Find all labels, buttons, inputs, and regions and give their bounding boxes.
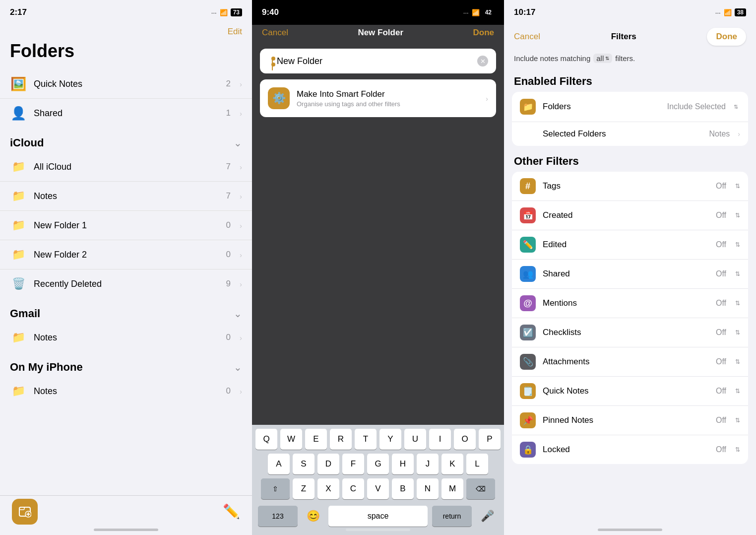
key-d[interactable]: D <box>317 454 339 474</box>
recently-deleted-item[interactable]: 🗑️ Recently Deleted 9 › <box>0 269 252 298</box>
on-my-iphone-notes-label: Notes <box>34 386 219 397</box>
attachments-filter-row[interactable]: 📎 Attachments Off ⇅ <box>512 347 748 377</box>
key-delete[interactable]: ⌫ <box>466 478 495 499</box>
time-3: 10:17 <box>514 7 535 17</box>
on-my-iphone-notes-count: 0 <box>226 386 231 396</box>
folder-name-input[interactable]: New Folder <box>268 56 472 67</box>
shared-filter-row[interactable]: 👥 Shared Off ⇅ <box>512 260 748 289</box>
key-g[interactable]: G <box>367 454 389 474</box>
key-w[interactable]: W <box>280 429 302 450</box>
key-t[interactable]: T <box>355 429 377 450</box>
pinned-notes-stepper[interactable]: ⇅ <box>735 417 740 424</box>
key-mic[interactable]: 🎤 <box>476 505 498 527</box>
key-p[interactable]: P <box>479 429 501 450</box>
key-y[interactable]: Y <box>379 429 401 450</box>
subtitle-post: filters. <box>615 54 635 63</box>
folders-filter-value: Include Selected <box>667 102 726 111</box>
gmail-label: Gmail <box>10 307 40 320</box>
key-z[interactable]: Z <box>293 478 315 499</box>
locked-filter-row[interactable]: 🔒 Locked Off ⇅ <box>512 435 748 464</box>
key-return[interactable]: return <box>432 506 472 527</box>
edit-button[interactable]: Edit <box>228 27 242 37</box>
new-folder-button[interactable] <box>12 499 38 525</box>
attachments-filter-icon: 📎 <box>520 354 536 370</box>
attachments-stepper[interactable]: ⇅ <box>735 358 740 365</box>
checklists-filter-name: Checklists <box>543 328 709 337</box>
created-stepper[interactable]: ⇅ <box>735 212 740 219</box>
key-m[interactable]: M <box>441 478 463 499</box>
tags-filter-row[interactable]: # Tags Off ⇅ <box>512 172 748 201</box>
quick-notes-filter-name: Quick Notes <box>543 386 709 396</box>
tags-filter-value: Off <box>716 182 726 191</box>
key-space[interactable]: space <box>328 506 428 527</box>
key-b[interactable]: B <box>392 478 414 499</box>
done-button-2[interactable]: Done <box>473 28 494 38</box>
status-bar-1: 2:17 ··· 📶 73 <box>0 0 252 25</box>
key-n[interactable]: N <box>417 478 439 499</box>
key-h[interactable]: H <box>392 454 414 474</box>
key-f[interactable]: F <box>342 454 364 474</box>
signal-icon-3: ··· <box>715 9 721 16</box>
gmail-notes-item[interactable]: 📁 Notes 0 › <box>0 323 252 352</box>
key-123[interactable]: 123 <box>258 506 298 527</box>
on-my-iphone-header[interactable]: On My iPhone ⌄ <box>0 352 252 377</box>
gmail-section-header[interactable]: Gmail ⌄ <box>0 298 252 323</box>
checklists-stepper[interactable]: ⇅ <box>735 329 740 336</box>
key-i[interactable]: I <box>429 429 451 450</box>
quick-notes-stepper[interactable]: ⇅ <box>735 388 740 395</box>
key-e[interactable]: E <box>305 429 327 450</box>
quick-notes-filter-row[interactable]: 🗒️ Quick Notes Off ⇅ <box>512 377 748 406</box>
status-bar-2: 9:40 ··· 📶 42 <box>252 0 504 25</box>
quick-notes-filter-value: Off <box>716 387 726 396</box>
nav-header-3: Cancel Filters Done <box>504 25 756 51</box>
key-x[interactable]: X <box>317 478 339 499</box>
cancel-button-2[interactable]: Cancel <box>262 28 288 38</box>
compose-button[interactable]: ✏️ <box>223 503 240 520</box>
checklists-filter-row[interactable]: ☑️ Checklists Off ⇅ <box>512 318 748 347</box>
all-icloud-item[interactable]: 📁 All iCloud 7 › <box>0 152 252 182</box>
tags-stepper[interactable]: ⇅ <box>735 183 740 190</box>
key-u[interactable]: U <box>404 429 426 450</box>
edited-stepper[interactable]: ⇅ <box>735 241 740 248</box>
selected-folders-row[interactable]: Selected Folders Notes › <box>512 122 748 146</box>
shared-filter-value: Off <box>716 269 726 278</box>
on-my-iphone-notes-item[interactable]: 📁 Notes 0 › <box>0 377 252 405</box>
key-k[interactable]: K <box>441 454 463 474</box>
cancel-button-3[interactable]: Cancel <box>514 32 540 42</box>
shared-item[interactable]: 👤 Shared 1 › <box>0 99 252 128</box>
new-folder-1-item[interactable]: 📁 New Folder 1 0 › <box>0 211 252 240</box>
folders-stepper[interactable]: ⇅ <box>734 104 738 110</box>
key-r[interactable]: R <box>330 429 352 450</box>
enabled-folders-row[interactable]: 📁 Folders Include Selected ⇅ <box>512 92 748 122</box>
key-v[interactable]: V <box>367 478 389 499</box>
mentions-stepper[interactable]: ⇅ <box>735 300 740 307</box>
done-button-3[interactable]: Done <box>707 28 746 46</box>
match-select[interactable]: all ⇅ <box>593 54 612 63</box>
pinned-notes-filter-icon: 📌 <box>520 412 536 428</box>
icloud-notes-item[interactable]: 📁 Notes 7 › <box>0 182 252 211</box>
pinned-notes-filter-row[interactable]: 📌 Pinned Notes Off ⇅ <box>512 406 748 435</box>
new-folder-2-item[interactable]: 📁 New Folder 2 0 › <box>0 240 252 269</box>
key-shift[interactable]: ⇧ <box>261 478 290 499</box>
key-o[interactable]: O <box>454 429 476 450</box>
edited-filter-row[interactable]: ✏️ Edited Off ⇅ <box>512 230 748 260</box>
key-q[interactable]: Q <box>255 429 277 450</box>
created-filter-row[interactable]: 📅 Created Off ⇅ <box>512 201 748 230</box>
time-2: 9:40 <box>262 7 279 17</box>
mentions-filter-row[interactable]: @ Mentions Off ⇅ <box>512 289 748 318</box>
gmail-notes-label: Notes <box>34 333 219 343</box>
shared-stepper[interactable]: ⇅ <box>735 270 740 277</box>
locked-stepper[interactable]: ⇅ <box>735 446 740 453</box>
key-a[interactable]: A <box>268 454 290 474</box>
key-j[interactable]: J <box>417 454 439 474</box>
filter-subtitle: Include notes matching all ⇅ filters. <box>504 51 756 70</box>
clear-input-button[interactable]: ✕ <box>477 56 488 67</box>
signal-icon-1: ··· <box>211 9 217 16</box>
quick-notes-item[interactable]: 🖼️ Quick Notes 2 › <box>0 69 252 99</box>
key-c[interactable]: C <box>342 478 364 499</box>
smart-folder-card[interactable]: ⚙️ Make Into Smart Folder Organise using… <box>260 79 496 117</box>
key-l[interactable]: L <box>466 454 488 474</box>
key-s[interactable]: S <box>293 454 315 474</box>
icloud-section-header[interactable]: iCloud ⌄ <box>0 128 252 152</box>
key-emoji[interactable]: 😊 <box>302 505 324 527</box>
